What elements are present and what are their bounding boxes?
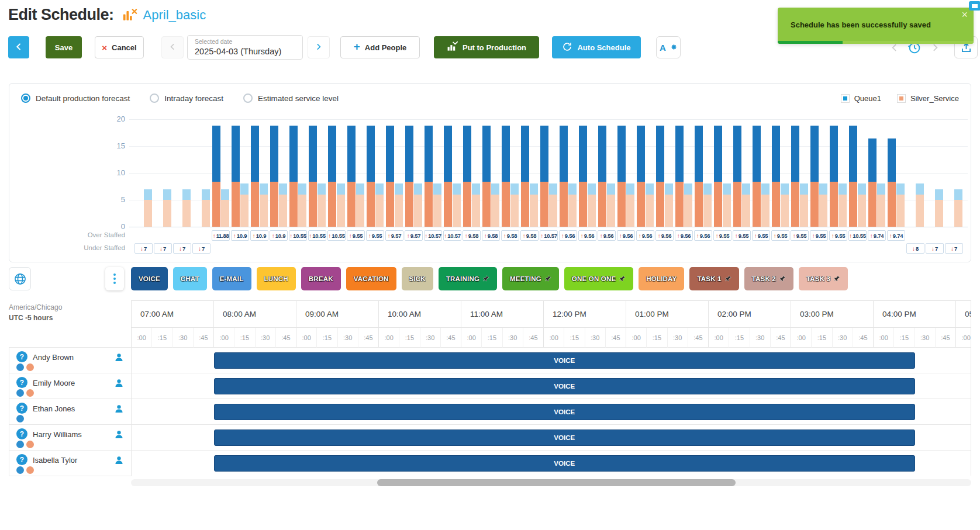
- person-icon[interactable]: [114, 404, 124, 416]
- activity-button-task-1[interactable]: TASK 1: [689, 267, 739, 290]
- chart-interval-09:45: [346, 119, 365, 227]
- horizontal-scrollbar[interactable]: [131, 479, 971, 486]
- previous-date-button[interactable]: [161, 36, 184, 58]
- bar-segment: [212, 126, 220, 182]
- quarter-label: :45: [936, 328, 956, 348]
- shift-bar-voice[interactable]: VOICE: [214, 378, 915, 394]
- chart-interval-08:45: [269, 119, 288, 227]
- put-to-production-button[interactable]: Put to Production: [434, 36, 539, 58]
- bar-segment: [405, 126, 413, 182]
- bar-segment: [163, 189, 171, 200]
- hour-label-0800AM: 08:00 AM: [214, 301, 296, 328]
- bar-segment: [695, 126, 703, 182]
- shift-bar-voice[interactable]: VOICE: [214, 429, 915, 446]
- over-staffed-value: 10.9: [256, 233, 266, 239]
- activity-button-e-mail[interactable]: E-MAIL: [212, 267, 251, 290]
- activity-button-break[interactable]: BREAK: [301, 267, 341, 290]
- bar-segment: [347, 126, 356, 182]
- forecast-bar: [761, 183, 769, 227]
- person-icon[interactable]: [114, 352, 124, 365]
- shift-bar-voice[interactable]: VOICE: [214, 455, 915, 472]
- bar-segment: [772, 182, 780, 227]
- shift-bar-voice[interactable]: VOICE: [214, 352, 915, 369]
- forecast-option-0[interactable]: Default production forecast: [21, 93, 130, 103]
- toast-message: Schedule has been successfully saved: [791, 20, 931, 29]
- over-staffed-arrow-icon: ↑: [639, 233, 641, 239]
- quarter-label: :45: [523, 328, 544, 348]
- bar-segment: [270, 182, 278, 227]
- over-staffed-arrow-icon: ↑: [600, 233, 603, 239]
- next-date-button[interactable]: [308, 36, 330, 58]
- quarter-label: :45: [606, 328, 626, 348]
- hour-label-0900AM: 09:00 AM: [296, 301, 379, 328]
- selected-date-field[interactable]: Selected date 2025-04-03 (Thursday): [187, 35, 303, 60]
- over-staffed-arrow-icon: ↑: [754, 233, 757, 239]
- auto-schedule-button[interactable]: Auto Schedule: [552, 36, 641, 58]
- activity-button-sick[interactable]: SICK: [402, 267, 433, 290]
- forecast-bar: [916, 183, 924, 227]
- schedule-name-link[interactable]: April_basic: [143, 8, 206, 23]
- timezone-globe-button[interactable]: [9, 267, 31, 290]
- quarter-label: :30: [833, 328, 853, 348]
- legend-item-0[interactable]: Queue1: [841, 94, 881, 103]
- employee-name: Andy Brown: [33, 353, 74, 362]
- employee-skill-badge[interactable]: ?: [16, 351, 27, 362]
- employee-skill-badge[interactable]: ?: [16, 403, 27, 414]
- legend-swatch: [898, 95, 905, 102]
- forecast-option-2[interactable]: Estimated service level: [243, 93, 339, 103]
- add-people-button[interactable]: + Add People: [340, 36, 420, 58]
- person-icon[interactable]: [114, 429, 124, 442]
- quarter-label: :30: [750, 328, 771, 348]
- scrollbar-thumb[interactable]: [377, 479, 736, 486]
- bar-segment: [742, 195, 750, 227]
- activity-button-vacation[interactable]: VACATION: [346, 267, 396, 290]
- chart-interval-08:15: [230, 119, 250, 227]
- cancel-button[interactable]: × Cancel: [95, 36, 144, 58]
- under-staffed-value: 7: [163, 245, 166, 252]
- bar-segment: [646, 195, 654, 227]
- legend-item-1[interactable]: Silver_Service: [898, 94, 959, 103]
- activity-button-lunch[interactable]: LUNCH: [257, 267, 296, 290]
- person-icon[interactable]: [114, 378, 124, 390]
- activity-button-holiday[interactable]: HOLIDAY: [639, 267, 684, 290]
- shift-bar-voice[interactable]: VOICE: [214, 404, 915, 420]
- activity-button-one-on-one[interactable]: ONE ON ONE: [564, 267, 633, 290]
- employee-skill-badge[interactable]: ?: [16, 454, 27, 465]
- activity-button-task-2[interactable]: TASK 2: [744, 267, 793, 290]
- save-button[interactable]: Save: [46, 36, 82, 58]
- bar-segment: [800, 183, 808, 194]
- over-staffed-value-box: ↑10.55: [308, 230, 326, 241]
- quarter-label: :30: [585, 328, 606, 348]
- scheduled-bar: [212, 126, 220, 227]
- quarter-label: :00: [791, 328, 812, 348]
- employee-list: ?Andy Brown?Emily Moore?Ethan Jones?Harr…: [9, 347, 132, 476]
- auto-schedule-settings-button[interactable]: A: [656, 36, 681, 58]
- employee-skill-badge[interactable]: ?: [16, 428, 27, 439]
- bar-segment: [772, 126, 780, 182]
- quarter-label: :15: [812, 328, 832, 348]
- quarter-label: :30: [420, 328, 441, 348]
- activity-button-task-3[interactable]: TASK 3: [799, 267, 848, 290]
- hour-label-0500PM: 05:00 PM: [956, 301, 971, 328]
- scheduled-bar: [617, 126, 626, 227]
- activity-button-chat[interactable]: CHAT: [173, 267, 207, 290]
- screen-capture-icon[interactable]: [967, 0, 980, 15]
- forecast-bar: [433, 183, 441, 227]
- back-button[interactable]: [8, 36, 29, 58]
- bar-segment: [279, 195, 287, 227]
- under-staffed-value-box: ↓7: [154, 243, 172, 254]
- more-options-button[interactable]: [105, 267, 124, 290]
- over-staffed-arrow-icon: ↑: [213, 233, 216, 239]
- activity-button-meeting[interactable]: MEETING: [502, 267, 559, 290]
- under-staffed-value-box: ↓7: [926, 243, 944, 254]
- over-staffed-value-box: ↑9.55: [713, 230, 731, 241]
- activity-button-voice[interactable]: VOICE: [131, 267, 168, 290]
- over-staffed-value: 9.56: [700, 233, 710, 239]
- bar-segment: [877, 195, 885, 227]
- employee-skill-badge[interactable]: ?: [16, 377, 27, 388]
- forecast-option-1[interactable]: Intraday forecast: [150, 93, 223, 103]
- person-icon[interactable]: [114, 455, 124, 467]
- bar-segment: [433, 195, 441, 227]
- activity-button-training[interactable]: TRAINING: [439, 267, 497, 290]
- forecast-option-label: Intraday forecast: [164, 94, 223, 103]
